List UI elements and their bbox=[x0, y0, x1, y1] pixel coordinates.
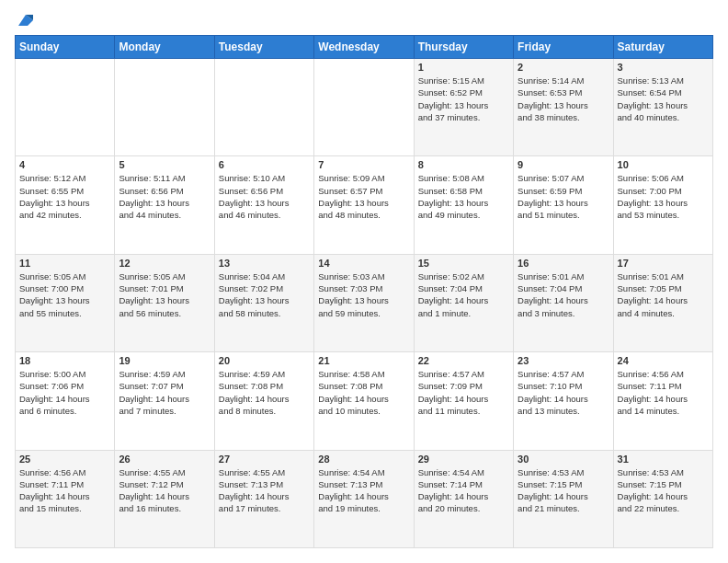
day-info: Sunrise: 4:56 AMSunset: 7:11 PMDaylight:… bbox=[618, 368, 709, 417]
day-number: 30 bbox=[518, 454, 609, 465]
calendar-cell: 5Sunrise: 5:11 AMSunset: 6:56 PMDaylight… bbox=[115, 156, 214, 254]
day-number: 4 bbox=[19, 159, 110, 170]
day-info: Sunrise: 4:58 AMSunset: 7:08 PMDaylight:… bbox=[318, 368, 409, 417]
calendar-cell: 1Sunrise: 5:15 AMSunset: 6:52 PMDaylight… bbox=[414, 59, 513, 156]
day-info: Sunrise: 4:54 AMSunset: 7:14 PMDaylight:… bbox=[418, 466, 509, 515]
day-number: 10 bbox=[618, 159, 709, 170]
calendar-cell: 11Sunrise: 5:05 AMSunset: 7:00 PMDayligh… bbox=[16, 254, 115, 351]
day-info: Sunrise: 5:05 AMSunset: 7:01 PMDaylight:… bbox=[119, 270, 210, 319]
day-info: Sunrise: 4:59 AMSunset: 7:08 PMDaylight:… bbox=[219, 368, 310, 417]
calendar-day-header: Wednesday bbox=[314, 36, 414, 59]
calendar-cell: 21Sunrise: 4:58 AMSunset: 7:08 PMDayligh… bbox=[314, 352, 414, 450]
day-number: 28 bbox=[318, 454, 409, 465]
day-number: 5 bbox=[119, 159, 210, 170]
day-info: Sunrise: 5:03 AMSunset: 7:03 PMDaylight:… bbox=[318, 270, 409, 319]
day-number: 25 bbox=[19, 454, 110, 465]
day-number: 12 bbox=[119, 258, 210, 269]
calendar-cell: 7Sunrise: 5:09 AMSunset: 6:57 PMDaylight… bbox=[314, 156, 414, 254]
calendar-cell bbox=[16, 59, 115, 156]
day-number: 21 bbox=[318, 355, 409, 366]
day-info: Sunrise: 4:57 AMSunset: 7:09 PMDaylight:… bbox=[418, 368, 509, 417]
day-info: Sunrise: 5:01 AMSunset: 7:04 PMDaylight:… bbox=[518, 270, 609, 319]
calendar-cell: 4Sunrise: 5:12 AMSunset: 6:55 PMDaylight… bbox=[16, 156, 115, 254]
day-info: Sunrise: 4:53 AMSunset: 7:15 PMDaylight:… bbox=[518, 466, 609, 515]
calendar-cell bbox=[214, 59, 313, 156]
calendar-cell: 8Sunrise: 5:08 AMSunset: 6:58 PMDaylight… bbox=[414, 156, 513, 254]
calendar-cell: 20Sunrise: 4:59 AMSunset: 7:08 PMDayligh… bbox=[214, 352, 313, 450]
logo bbox=[15, 15, 35, 26]
calendar-day-header: Friday bbox=[514, 36, 613, 59]
calendar-cell: 26Sunrise: 4:55 AMSunset: 7:12 PMDayligh… bbox=[115, 450, 214, 547]
day-number: 16 bbox=[518, 258, 609, 269]
day-info: Sunrise: 5:09 AMSunset: 6:57 PMDaylight:… bbox=[318, 172, 409, 221]
day-info: Sunrise: 5:11 AMSunset: 6:56 PMDaylight:… bbox=[119, 172, 210, 221]
day-info: Sunrise: 4:59 AMSunset: 7:07 PMDaylight:… bbox=[119, 368, 210, 417]
calendar-cell: 30Sunrise: 4:53 AMSunset: 7:15 PMDayligh… bbox=[514, 450, 613, 547]
day-number: 3 bbox=[618, 62, 709, 73]
calendar-cell: 12Sunrise: 5:05 AMSunset: 7:01 PMDayligh… bbox=[115, 254, 214, 351]
day-info: Sunrise: 4:54 AMSunset: 7:13 PMDaylight:… bbox=[318, 466, 409, 515]
day-number: 20 bbox=[219, 355, 310, 366]
calendar-cell: 24Sunrise: 4:56 AMSunset: 7:11 PMDayligh… bbox=[613, 352, 712, 450]
day-number: 15 bbox=[418, 258, 509, 269]
calendar-cell: 17Sunrise: 5:01 AMSunset: 7:05 PMDayligh… bbox=[613, 254, 712, 351]
day-info: Sunrise: 5:01 AMSunset: 7:05 PMDaylight:… bbox=[618, 270, 709, 319]
day-number: 9 bbox=[518, 159, 609, 170]
calendar-cell: 10Sunrise: 5:06 AMSunset: 7:00 PMDayligh… bbox=[613, 156, 712, 254]
calendar-cell: 29Sunrise: 4:54 AMSunset: 7:14 PMDayligh… bbox=[414, 450, 513, 547]
calendar-row: 4Sunrise: 5:12 AMSunset: 6:55 PMDaylight… bbox=[16, 156, 713, 254]
calendar-cell: 9Sunrise: 5:07 AMSunset: 6:59 PMDaylight… bbox=[514, 156, 613, 254]
day-number: 27 bbox=[219, 454, 310, 465]
day-info: Sunrise: 5:10 AMSunset: 6:56 PMDaylight:… bbox=[219, 172, 310, 221]
calendar-day-header: Saturday bbox=[613, 36, 712, 59]
day-number: 14 bbox=[318, 258, 409, 269]
day-info: Sunrise: 5:13 AMSunset: 6:54 PMDaylight:… bbox=[618, 75, 709, 123]
calendar-cell: 23Sunrise: 4:57 AMSunset: 7:10 PMDayligh… bbox=[514, 352, 613, 450]
page: SundayMondayTuesdayWednesdayThursdayFrid… bbox=[0, 0, 728, 563]
day-info: Sunrise: 4:57 AMSunset: 7:10 PMDaylight:… bbox=[518, 368, 609, 417]
calendar-header-row: SundayMondayTuesdayWednesdayThursdayFrid… bbox=[16, 36, 713, 59]
calendar-cell: 22Sunrise: 4:57 AMSunset: 7:09 PMDayligh… bbox=[414, 352, 513, 450]
day-info: Sunrise: 5:12 AMSunset: 6:55 PMDaylight:… bbox=[19, 172, 110, 221]
calendar-row: 18Sunrise: 5:00 AMSunset: 7:06 PMDayligh… bbox=[16, 352, 713, 450]
calendar-day-header: Sunday bbox=[16, 36, 115, 59]
day-number: 8 bbox=[418, 159, 509, 170]
calendar-cell: 25Sunrise: 4:56 AMSunset: 7:11 PMDayligh… bbox=[16, 450, 115, 547]
logo-icon bbox=[17, 11, 35, 29]
day-info: Sunrise: 4:55 AMSunset: 7:12 PMDaylight:… bbox=[119, 466, 210, 515]
day-number: 23 bbox=[518, 355, 609, 366]
calendar-row: 1Sunrise: 5:15 AMSunset: 6:52 PMDaylight… bbox=[16, 59, 713, 156]
header bbox=[15, 15, 713, 26]
day-info: Sunrise: 5:05 AMSunset: 7:00 PMDaylight:… bbox=[19, 270, 110, 319]
day-info: Sunrise: 5:02 AMSunset: 7:04 PMDaylight:… bbox=[418, 270, 509, 319]
day-number: 2 bbox=[518, 62, 609, 73]
calendar-cell: 2Sunrise: 5:14 AMSunset: 6:53 PMDaylight… bbox=[514, 59, 613, 156]
day-number: 22 bbox=[418, 355, 509, 366]
calendar-cell: 3Sunrise: 5:13 AMSunset: 6:54 PMDaylight… bbox=[613, 59, 712, 156]
day-number: 24 bbox=[618, 355, 709, 366]
calendar-table: SundayMondayTuesdayWednesdayThursdayFrid… bbox=[15, 35, 713, 548]
day-info: Sunrise: 4:55 AMSunset: 7:13 PMDaylight:… bbox=[219, 466, 310, 515]
calendar-cell bbox=[115, 59, 214, 156]
calendar-cell: 28Sunrise: 4:54 AMSunset: 7:13 PMDayligh… bbox=[314, 450, 414, 547]
calendar-cell: 19Sunrise: 4:59 AMSunset: 7:07 PMDayligh… bbox=[115, 352, 214, 450]
calendar-row: 11Sunrise: 5:05 AMSunset: 7:00 PMDayligh… bbox=[16, 254, 713, 351]
calendar-row: 25Sunrise: 4:56 AMSunset: 7:11 PMDayligh… bbox=[16, 450, 713, 547]
day-number: 6 bbox=[219, 159, 310, 170]
day-number: 13 bbox=[219, 258, 310, 269]
calendar-cell: 31Sunrise: 4:53 AMSunset: 7:15 PMDayligh… bbox=[613, 450, 712, 547]
calendar-cell: 27Sunrise: 4:55 AMSunset: 7:13 PMDayligh… bbox=[214, 450, 313, 547]
calendar-cell: 14Sunrise: 5:03 AMSunset: 7:03 PMDayligh… bbox=[314, 254, 414, 351]
calendar-cell: 13Sunrise: 5:04 AMSunset: 7:02 PMDayligh… bbox=[214, 254, 313, 351]
day-number: 26 bbox=[119, 454, 210, 465]
calendar-cell: 6Sunrise: 5:10 AMSunset: 6:56 PMDaylight… bbox=[214, 156, 313, 254]
day-info: Sunrise: 5:08 AMSunset: 6:58 PMDaylight:… bbox=[418, 172, 509, 221]
day-number: 31 bbox=[618, 454, 709, 465]
day-number: 19 bbox=[119, 355, 210, 366]
calendar-cell bbox=[314, 59, 414, 156]
calendar-day-header: Thursday bbox=[414, 36, 513, 59]
day-info: Sunrise: 5:14 AMSunset: 6:53 PMDaylight:… bbox=[518, 75, 609, 123]
day-info: Sunrise: 5:04 AMSunset: 7:02 PMDaylight:… bbox=[219, 270, 310, 319]
calendar-cell: 16Sunrise: 5:01 AMSunset: 7:04 PMDayligh… bbox=[514, 254, 613, 351]
day-number: 29 bbox=[418, 454, 509, 465]
